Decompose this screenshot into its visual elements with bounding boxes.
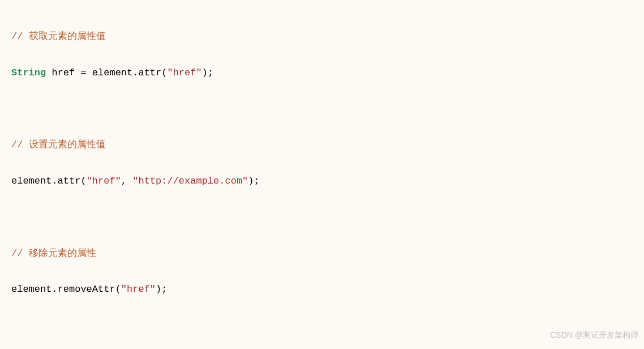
code-text: );: [156, 284, 167, 295]
code-text: element.removeAttr(: [11, 284, 121, 295]
blank-line: [11, 99, 633, 120]
keyword: String: [11, 67, 46, 78]
blank-line: [11, 316, 633, 337]
code-line: String href = element.attr("href");: [11, 63, 633, 84]
string-literal: "href": [87, 176, 121, 186]
code-line: // 设置元素的属性值: [11, 135, 633, 156]
blank-line: [11, 207, 633, 228]
string-literal: "href": [121, 284, 156, 295]
comment: // 获取元素的属性值: [11, 31, 106, 42]
code-text: href = element.attr(: [46, 67, 167, 78]
code-line: element.removeAttr("href");: [11, 279, 633, 300]
code-text: );: [202, 67, 213, 78]
watermark: CSDN @测试开发架构师: [550, 329, 638, 341]
code-line: // 获取元素的属性值: [11, 27, 633, 48]
comment: // 移除元素的属性: [11, 248, 96, 259]
string-literal: "href": [167, 67, 201, 78]
code-line: element.attr("href", "http://example.com…: [11, 171, 633, 192]
code-block: // 获取元素的属性值 String href = element.attr("…: [11, 11, 633, 349]
code-line: // 移除元素的属性: [11, 244, 633, 265]
code-text: );: [248, 176, 259, 186]
code-text: element.attr(: [11, 176, 87, 186]
string-literal: "http://example.com": [132, 176, 248, 186]
code-text: ,: [121, 176, 132, 186]
comment: // 设置元素的属性值: [11, 139, 106, 150]
